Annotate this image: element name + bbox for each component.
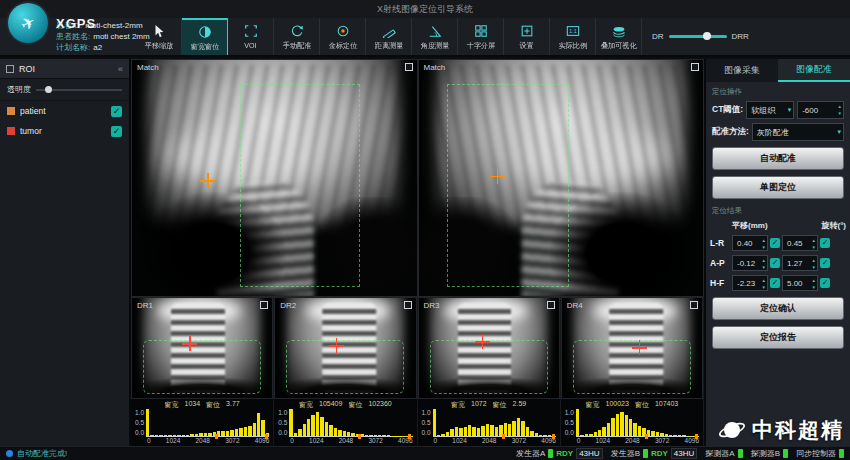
roi-visible-checkbox[interactable] <box>111 126 122 137</box>
dr-viewport-1[interactable]: DR1 <box>131 297 273 399</box>
roi-color-swatch <box>7 107 15 115</box>
maximize-icon[interactable] <box>260 301 268 309</box>
dr-label: DR <box>652 32 664 41</box>
ruler-icon <box>382 23 396 39</box>
window-marker[interactable] <box>552 434 555 439</box>
zhongke-logo-icon <box>718 416 746 444</box>
status-message: 自动配准完成! <box>17 448 67 459</box>
positioning-confirm-button[interactable]: 定位确认 <box>712 297 844 320</box>
tab-image-registration[interactable]: 图像配准 <box>778 59 850 82</box>
ap-rotation-input[interactable]: 1.27 <box>782 255 818 271</box>
maximize-icon[interactable] <box>547 301 555 309</box>
tool-quad-view-button[interactable]: 十字分屏 <box>458 18 504 55</box>
app-title: X射线图像定位引导系统 <box>0 3 850 16</box>
hf-rotation-checkbox[interactable] <box>820 278 830 288</box>
window-marker[interactable] <box>408 434 411 439</box>
result-row-hf: H-F -2.23 5.00 <box>706 273 850 293</box>
app-window: X射线图像定位引导系统 XGPS 患者ID:moti-chest-2mm 患者姓… <box>0 0 850 460</box>
tool-marker-localization-button[interactable]: 金标定位 <box>320 18 366 55</box>
window-marker[interactable] <box>215 434 218 439</box>
match-viewport-right[interactable]: Match <box>418 59 705 297</box>
settings-icon <box>520 23 534 39</box>
hf-translation-checkbox[interactable] <box>770 278 780 288</box>
tool-actual-scale-button[interactable]: 1:1 实际比例 <box>550 18 596 55</box>
roi-visible-checkbox[interactable] <box>111 106 122 117</box>
plan-name-label: 计划名称: <box>56 43 90 52</box>
ap-rotation-checkbox[interactable] <box>820 258 830 268</box>
roi-panel-header[interactable]: ROI <box>0 59 129 79</box>
roi-outline-overlay <box>143 340 261 394</box>
match-viewport-left[interactable]: Match <box>131 59 418 297</box>
collapse-panel-icon[interactable] <box>118 64 123 74</box>
histogram-2: 窗宽105409 窗位102360 1.00.50.0 010242048307… <box>274 399 416 446</box>
window-marker[interactable] <box>358 434 361 439</box>
dr-drr-blend-slider[interactable]: DR DRR <box>652 18 749 55</box>
app-logo: XGPS <box>8 3 96 43</box>
viewport-grid: Match Match <box>131 59 704 446</box>
opacity-slider-thumb[interactable] <box>45 86 52 93</box>
svg-text:1:1: 1:1 <box>569 28 576 34</box>
detector-a-status: 探测器A <box>705 448 742 459</box>
maximize-icon[interactable] <box>691 63 699 71</box>
tool-overlay-button[interactable]: 叠加可视化 <box>596 18 642 55</box>
window-marker[interactable] <box>695 434 698 439</box>
registration-method-select[interactable]: 灰阶配准 <box>752 123 844 141</box>
lr-translation-input[interactable]: 0.40 <box>732 235 768 251</box>
positioning-report-button[interactable]: 定位报告 <box>712 326 844 349</box>
ap-translation-checkbox[interactable] <box>770 258 780 268</box>
lr-rotation-checkbox[interactable] <box>820 238 830 248</box>
window-marker[interactable] <box>645 434 648 439</box>
target-icon <box>336 23 350 39</box>
generator-a-status: 发生器A RDY43HU <box>516 448 603 459</box>
tab-image-acquisition[interactable]: 图像采集 <box>706 59 778 82</box>
hf-translation-input[interactable]: -2.23 <box>732 275 768 291</box>
marker-cross <box>182 336 197 351</box>
ct-tissue-select[interactable]: 软组织 <box>746 101 794 119</box>
single-image-positioning-button[interactable]: 单图定位 <box>712 176 844 199</box>
status-led-icon <box>738 449 743 458</box>
ct-threshold-label: CT阈值: <box>712 104 743 116</box>
marker-cross <box>632 340 647 355</box>
dr-viewport-2[interactable]: DR2 <box>274 297 416 399</box>
dr-viewport-3[interactable]: DR3 <box>418 297 560 399</box>
ct-threshold-input[interactable]: -600 <box>797 101 844 119</box>
tool-settings-button[interactable]: 设置 <box>504 18 550 55</box>
maximize-icon[interactable] <box>690 301 698 309</box>
tool-manual-registration-button[interactable]: 手动配准 <box>274 18 320 55</box>
dr-viewport-4[interactable]: DR4 <box>561 297 703 399</box>
ap-translation-input[interactable]: -0.12 <box>732 255 768 271</box>
tool-window-level-button[interactable]: 窗宽窗位 <box>182 18 228 55</box>
marker-cross <box>475 334 490 349</box>
tool-angle-measure-button[interactable]: 角度测量 <box>412 18 458 55</box>
result-table-header: 平移(mm) 旋转(°) <box>706 218 850 233</box>
isocenter-cross <box>200 173 215 188</box>
result-row-ap: A-P -0.12 1.27 <box>706 253 850 273</box>
detector-b-status: 探测器B <box>751 448 788 459</box>
toolbar: 患者ID:moti-chest-2mm 患者姓名:moti chest 2mm … <box>0 18 850 57</box>
roi-item-patient[interactable]: patient <box>0 101 129 121</box>
tool-distance-measure-button[interactable]: 距离测量 <box>366 18 412 55</box>
angle-icon <box>428 23 442 39</box>
maximize-icon[interactable] <box>405 63 413 71</box>
window-marker[interactable] <box>265 434 268 439</box>
auto-registration-button[interactable]: 自动配准 <box>712 147 844 170</box>
histogram-3: 窗宽1072 窗位2.59 1.00.50.0 0102420483072409… <box>418 399 560 446</box>
hf-rotation-input[interactable]: 5.00 <box>782 275 818 291</box>
blend-slider-thumb[interactable] <box>703 32 711 40</box>
tool-voi-button[interactable]: VOI <box>228 18 274 55</box>
lr-rotation-input[interactable]: 0.45 <box>782 235 818 251</box>
rotation-column-label: 旋转(°) <box>821 220 846 231</box>
roi-checkbox-icon[interactable] <box>6 65 14 73</box>
roi-item-tumor[interactable]: tumor <box>0 121 129 141</box>
opacity-slider[interactable] <box>36 89 122 91</box>
blend-slider-track[interactable] <box>669 35 727 38</box>
registration-panel: 图像采集 图像配准 定位操作 CT阈值: 软组织 -600 配准方法: 灰阶配准… <box>704 59 850 446</box>
tool-pan-zoom-button[interactable]: 平移缩放 <box>136 18 182 55</box>
opacity-label: 透明度 <box>7 84 31 95</box>
maximize-icon[interactable] <box>404 301 412 309</box>
viewport-label: Match <box>137 63 159 72</box>
lr-translation-checkbox[interactable] <box>770 238 780 248</box>
window-marker[interactable] <box>502 434 505 439</box>
one-to-one-icon: 1:1 <box>566 23 580 39</box>
section-positioning-result: 定位结果 <box>706 201 850 218</box>
